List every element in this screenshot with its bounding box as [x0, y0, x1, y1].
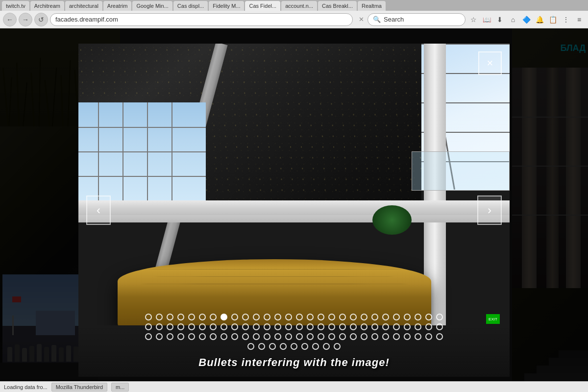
dot[interactable]	[382, 314, 389, 320]
tab-11[interactable]: Realtma	[358, 1, 386, 11]
dot[interactable]	[307, 323, 314, 330]
address-bar[interactable]: facades.dreampif.com	[50, 13, 353, 26]
dot[interactable]	[210, 323, 217, 330]
dot[interactable]	[382, 323, 389, 330]
dot[interactable]	[371, 314, 378, 320]
dot-active[interactable]	[220, 314, 227, 320]
dot[interactable]	[156, 323, 163, 330]
dot[interactable]	[371, 333, 378, 340]
dot[interactable]	[339, 314, 346, 320]
dot[interactable]	[328, 333, 335, 340]
dot[interactable]	[361, 314, 368, 320]
home-icon[interactable]: ⌂	[507, 14, 519, 25]
tab-3[interactable]: architectural	[65, 1, 102, 11]
tab-1[interactable]: twitch.tv	[2, 1, 29, 11]
tab-9[interactable]: account.n...	[281, 1, 317, 11]
back-button[interactable]: ←	[3, 13, 17, 26]
dot[interactable]	[323, 343, 330, 350]
tab-4[interactable]: Areatrim	[103, 1, 132, 11]
dot[interactable]	[242, 333, 249, 340]
reload-button[interactable]: ↺	[34, 13, 48, 26]
reading-icon[interactable]: 📖	[481, 14, 492, 25]
dot[interactable]	[231, 323, 238, 330]
addon2-icon[interactable]: 🔔	[534, 14, 545, 25]
tab-10[interactable]: Cas Breakl...	[318, 1, 357, 11]
dot[interactable]	[371, 323, 378, 330]
dot[interactable]	[274, 323, 281, 330]
dot[interactable]	[231, 314, 238, 320]
dot[interactable]	[339, 333, 346, 340]
dot[interactable]	[361, 333, 368, 340]
dot[interactable]	[188, 333, 195, 340]
dot[interactable]	[253, 323, 260, 330]
dot[interactable]	[280, 343, 287, 350]
dot[interactable]	[145, 323, 152, 330]
dot[interactable]	[415, 323, 421, 330]
clipboard-icon[interactable]: 📋	[547, 14, 559, 25]
dot[interactable]	[361, 323, 368, 330]
dot[interactable]	[404, 333, 411, 340]
dot[interactable]	[264, 323, 270, 330]
dot[interactable]	[350, 314, 357, 320]
dot[interactable]	[258, 343, 265, 350]
tab-6[interactable]: Cas displ...	[173, 1, 208, 11]
dot[interactable]	[318, 333, 324, 340]
dot[interactable]	[285, 333, 292, 340]
dot[interactable]	[350, 333, 357, 340]
menu-icon[interactable]: ≡	[573, 14, 585, 25]
dot[interactable]	[253, 333, 260, 340]
dot[interactable]	[436, 323, 443, 330]
dot[interactable]	[210, 333, 217, 340]
dot[interactable]	[393, 333, 400, 340]
dot[interactable]	[307, 333, 314, 340]
dot[interactable]	[220, 323, 227, 330]
dot[interactable]	[436, 333, 443, 340]
dot[interactable]	[404, 314, 411, 320]
dot[interactable]	[339, 323, 346, 330]
dot[interactable]	[274, 314, 281, 320]
dot[interactable]	[285, 323, 292, 330]
dot[interactable]	[436, 314, 443, 320]
dot[interactable]	[145, 333, 152, 340]
tab-8[interactable]: Cas Fidel...	[245, 1, 280, 11]
dot[interactable]	[328, 323, 335, 330]
tab-2[interactable]: Architream	[30, 1, 64, 11]
dot[interactable]	[334, 343, 341, 350]
dot[interactable]	[177, 314, 184, 320]
dot[interactable]	[425, 333, 432, 340]
dot[interactable]	[177, 323, 184, 330]
tab-5[interactable]: Google Min...	[132, 1, 172, 11]
prev-button[interactable]: ‹	[86, 196, 111, 225]
forward-button[interactable]: →	[19, 13, 32, 26]
taskbar-thunderbird[interactable]: Mozilla Thunderbird	[51, 383, 107, 392]
dot[interactable]	[188, 323, 195, 330]
dot[interactable]	[269, 343, 276, 350]
address-clear[interactable]: ✕	[357, 15, 366, 24]
dot[interactable]	[425, 314, 432, 320]
dot[interactable]	[199, 333, 206, 340]
dot[interactable]	[167, 314, 173, 320]
addon1-icon[interactable]: 🔷	[520, 14, 532, 25]
dot[interactable]	[156, 314, 163, 320]
star-icon[interactable]: ☆	[467, 14, 479, 25]
search-bar[interactable]: 🔍 Search	[368, 13, 466, 26]
dot[interactable]	[242, 314, 249, 320]
dot[interactable]	[274, 333, 281, 340]
dot[interactable]	[296, 323, 303, 330]
dot[interactable]	[188, 314, 195, 320]
dot[interactable]	[177, 333, 184, 340]
dot[interactable]	[199, 323, 206, 330]
dot[interactable]	[145, 314, 152, 320]
dot[interactable]	[231, 333, 238, 340]
dot[interactable]	[264, 333, 270, 340]
dot[interactable]	[350, 323, 357, 330]
download-icon[interactable]: ⬇	[494, 14, 506, 25]
close-button[interactable]: ×	[478, 51, 502, 75]
dot[interactable]	[291, 343, 297, 350]
dot[interactable]	[415, 314, 421, 320]
dot[interactable]	[285, 314, 292, 320]
dot[interactable]	[247, 343, 254, 350]
dot[interactable]	[307, 314, 314, 320]
dot[interactable]	[301, 343, 308, 350]
dot[interactable]	[296, 333, 303, 340]
